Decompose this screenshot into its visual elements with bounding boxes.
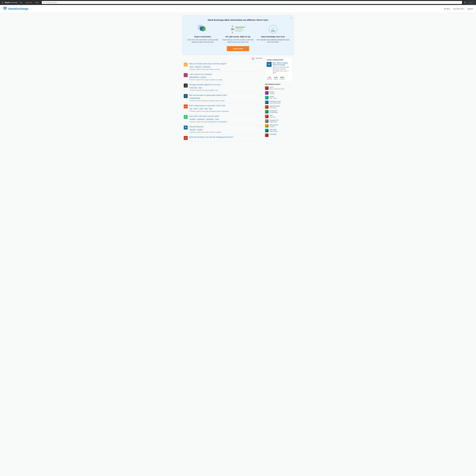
tag[interactable]: ldap bbox=[208, 108, 213, 110]
tag[interactable]: apt bbox=[189, 108, 192, 110]
asker-name[interactable]: user80226 bbox=[270, 134, 292, 135]
asker-item: johk95 TeX - LaTeX bbox=[265, 96, 292, 99]
asker-name[interactable]: Gabriele Carioli bbox=[270, 105, 292, 107]
tag[interactable]: situation bbox=[200, 76, 207, 78]
site-logo[interactable]: StackExchange bbox=[3, 6, 28, 11]
site-header: StackExchange All Sites Top 400 Users Di… bbox=[0, 5, 476, 13]
featured-site-name[interactable]: Beer, Wine & Spirits Stack Exchange bbox=[272, 62, 291, 66]
site-link[interactable]: music bbox=[217, 68, 220, 70]
header-nav-digests[interactable]: Digests bbox=[467, 8, 473, 10]
asker-link[interactable]: dsollen bbox=[211, 79, 215, 81]
downvote-arrow-icon: ▼ bbox=[231, 31, 234, 34]
tag[interactable]: keyboard bbox=[194, 66, 202, 68]
site-icon-ubuntu: ask bbox=[184, 104, 188, 108]
asker-name[interactable]: Ekulnagrom bbox=[270, 110, 292, 112]
asker-link[interactable]: Aaron bbox=[211, 68, 214, 70]
asker-site: Worldbuilding bbox=[270, 112, 292, 113]
asker-link[interactable]: Ekulnagrom bbox=[209, 121, 217, 122]
question-title[interactable]: Disregard equation alignment in one line bbox=[189, 84, 220, 86]
asker-name[interactable]: lambshaanxy bbox=[270, 124, 292, 126]
tabs: hot real-time bbox=[184, 57, 262, 60]
asker-name[interactable]: Sam Nead bbox=[270, 129, 292, 131]
question-title[interactable]: PHP7.4 ldap broken on focal after 13 dec… bbox=[189, 105, 225, 107]
tag[interactable]: code-golf bbox=[189, 129, 196, 131]
asker-name[interactable]: johk95 bbox=[270, 96, 292, 98]
stat-answered-label: answered bbox=[280, 78, 285, 80]
nav-tour[interactable]: Tour bbox=[18, 2, 24, 3]
question-body: Why are the walls of a spacecraft usuall… bbox=[189, 94, 262, 102]
asker-name[interactable]: Aerospace_Nerd bbox=[270, 101, 292, 102]
asker-avatar bbox=[265, 129, 269, 132]
asker-name[interactable]: l4m2 bbox=[270, 115, 292, 116]
inbox-icon[interactable]: ☰ bbox=[464, 1, 466, 4]
header-nav-allsites[interactable]: All Sites bbox=[444, 8, 450, 10]
hamburger-icon[interactable]: ☰ bbox=[1, 1, 3, 4]
asker-name[interactable]: dsollen bbox=[270, 91, 292, 93]
tag[interactable]: 20.04 bbox=[199, 108, 204, 110]
stat-answers-label: answers bbox=[273, 78, 278, 80]
tag[interactable]: php bbox=[204, 108, 208, 110]
asker-link[interactable]: Gabriele Carioli bbox=[211, 110, 220, 112]
tag[interactable]: number bbox=[197, 129, 203, 131]
tag[interactable]: lateral-thinking bbox=[189, 76, 200, 78]
site-icon-puzzling: ◇ bbox=[184, 73, 188, 77]
featured-site-logo[interactable]: B bbox=[267, 62, 272, 67]
tag[interactable]: architecture bbox=[197, 118, 205, 120]
login-button[interactable]: Log in bbox=[467, 1, 475, 4]
site-icon-tex: { } bbox=[184, 84, 188, 87]
tag[interactable]: piano bbox=[189, 66, 194, 68]
question-title[interactable]: How could a city build a circular canal? bbox=[189, 115, 219, 117]
question-title[interactable]: What has this figure to do with the Pyth… bbox=[189, 136, 233, 138]
tag[interactable]: medieval bbox=[189, 118, 196, 120]
asker-avatar bbox=[265, 119, 269, 123]
brand-logo[interactable]: StackExchange bbox=[5, 1, 17, 3]
asker-site: Space Exploration bbox=[270, 102, 292, 104]
asker-avatar bbox=[265, 101, 269, 104]
vote-number: 36 bbox=[231, 28, 234, 31]
asker-site: Code Golf bbox=[270, 116, 292, 118]
asker-link[interactable]: Aerospace_Nerd bbox=[208, 100, 219, 102]
tab-hot[interactable]: hot bbox=[252, 57, 254, 60]
vote-line-3 bbox=[235, 30, 244, 30]
search-input[interactable] bbox=[46, 2, 461, 3]
header-nav-topusers[interactable]: Top 400 Users bbox=[453, 8, 464, 10]
question-title[interactable]: Why are the walls of a spacecraft usuall… bbox=[189, 94, 227, 96]
asker-info: Aaron Music: Practice & Theory bbox=[270, 86, 292, 90]
site-link[interactable]: codegolf bbox=[216, 131, 221, 133]
site-link[interactable]: worldbuilding bbox=[219, 121, 227, 122]
question-meta: 3 answers | asked 16 hours ago by Aaron … bbox=[189, 68, 262, 70]
tag[interactable]: align bbox=[198, 87, 203, 89]
tag[interactable]: math-mode bbox=[189, 87, 198, 89]
nav-meta[interactable]: Meta bbox=[34, 2, 40, 3]
tag[interactable]: construction bbox=[202, 66, 211, 68]
site-link[interactable]: space bbox=[221, 100, 225, 102]
question-tags: medieval architecture low-fantasy rivers bbox=[189, 118, 262, 120]
asker-link[interactable]: l4m2 bbox=[211, 131, 214, 133]
close-button[interactable]: × bbox=[290, 17, 292, 19]
asker-name[interactable]: Turquoise Tilt bbox=[270, 119, 292, 121]
question-title[interactable]: Interval Placement bbox=[189, 126, 204, 128]
feature1-desc: Each of our 182 communities is built by … bbox=[186, 39, 220, 43]
asker-info: dsollen Puzzling bbox=[270, 91, 292, 94]
tag[interactable]: server bbox=[193, 108, 198, 110]
question-title[interactable]: I can't count on my coworkers bbox=[189, 73, 212, 75]
tag[interactable]: rivers bbox=[215, 118, 220, 120]
asker-item: user80226 bbox=[265, 134, 292, 137]
question-title[interactable]: Why are the black piano keys' front face… bbox=[189, 63, 226, 65]
site-icon-music: ♪ bbox=[184, 63, 188, 67]
site-link[interactable]: askubuntu bbox=[222, 110, 229, 112]
nav-about[interactable]: About Us bbox=[25, 2, 33, 3]
asker-info: johk95 TeX - LaTeX bbox=[270, 96, 292, 99]
questions-list: hot real-time ♪ Why are the black piano … bbox=[184, 57, 262, 142]
tag[interactable]: structural-design bbox=[189, 97, 201, 99]
site-link[interactable]: tex bbox=[216, 89, 218, 91]
asker-name[interactable]: Aaron bbox=[270, 86, 292, 88]
site-link[interactable]: puzzling bbox=[217, 79, 222, 81]
asker-link[interactable]: johk95 bbox=[210, 89, 214, 91]
stat-answers: 2.6k answers bbox=[273, 76, 278, 80]
learn-more-button[interactable]: Learn more bbox=[227, 46, 249, 51]
asker-site: Music: Practice & Theory bbox=[270, 88, 292, 90]
feature1-title: Expert communities. bbox=[186, 36, 220, 38]
tab-realtime[interactable]: real-time bbox=[256, 57, 262, 60]
tag[interactable]: low-fantasy bbox=[206, 118, 214, 120]
